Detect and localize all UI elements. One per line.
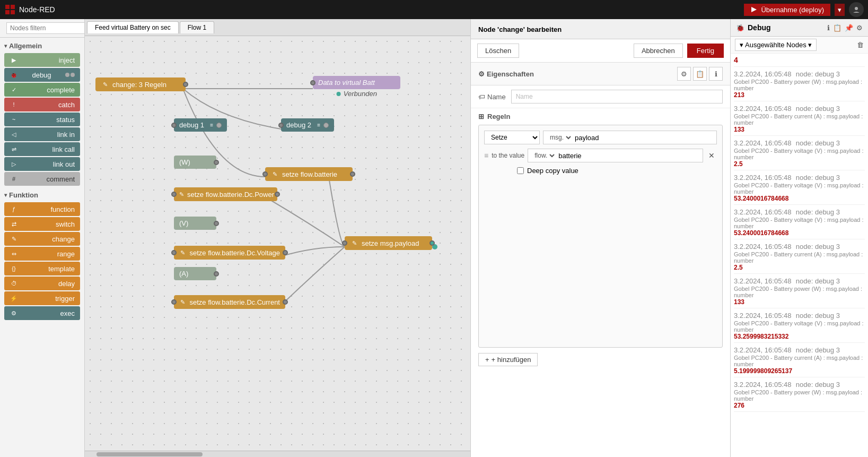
canvas-node-setze-flow-dc-power[interactable]: ✎ setze flow.batterie.Dc.Power [174, 187, 277, 201]
hinzufuegen-button[interactable]: + + hinzufügen [478, 353, 538, 366]
label-a-text: (A) [179, 270, 188, 278]
canvas-scrollbar-thumb[interactable] [97, 452, 203, 456]
setze-msg-payload-icon: ✎ [350, 239, 358, 247]
prop-tab-copy-icon-btn[interactable]: 📋 [693, 67, 707, 81]
debug-settings-button[interactable]: ⚙ [856, 24, 863, 32]
node-item-range[interactable]: ⇔ range [4, 247, 80, 261]
debug-meta-5: 3.2.2024, 16:05:48 node: debug 3 [734, 208, 865, 216]
canvas-node-label-w[interactable]: (W) [174, 156, 216, 169]
debug-clipboard-button[interactable]: 📋 [833, 24, 841, 32]
actions-right: Abbrechen Fertig [634, 44, 724, 58]
eigenschaften-tab-button[interactable]: ⚙ Eigenschaften [478, 70, 534, 78]
canvas-node-debug1[interactable]: debug 1 ≡ [174, 118, 227, 132]
flow-batterie-box: flow. batterie [528, 149, 703, 162]
tab-feed-virtual-battery[interactable]: Feed virtual Battery on sec [87, 21, 179, 33]
loeschen-button[interactable]: Löschen [477, 44, 519, 58]
debug-pin-button[interactable]: 📌 [845, 24, 853, 32]
setze-msg-payload-port-right [429, 240, 435, 246]
canvas-node-setze-flow-batterie[interactable]: ✎ setze flow.batterie [265, 167, 353, 181]
deploy-dropdown-button[interactable]: ▾ [835, 4, 845, 16]
canvas-node-change3regeln[interactable]: ✎ change: 3 Regeln [95, 77, 186, 91]
canvas-node-label-a[interactable]: (A) [174, 267, 216, 280]
nodes-filter-input[interactable] [6, 22, 85, 34]
label-w-text: (W) [179, 158, 190, 166]
prop-tab-settings-icon-btn[interactable]: ⚙ [677, 67, 691, 81]
canvas-node-data-virtual-batt[interactable]: Data to virtual Batt Verbunden [313, 76, 400, 89]
category-allgemein[interactable]: ▾ Allgemein [0, 40, 84, 52]
name-input[interactable] [511, 90, 723, 104]
deploy-icon [750, 6, 758, 13]
svg-rect-0 [5, 5, 10, 9]
regeln-header: ⊞ Regeln [478, 113, 723, 120]
canvas-node-setze-flow-dc-current[interactable]: ✎ setze flow.batterie.Dc.Current [174, 295, 285, 309]
debug-clear-button[interactable]: 🗑 [857, 41, 864, 49]
canvas-node-setze-msg-payload[interactable]: ✎ setze msg.payload [345, 236, 432, 250]
node-item-switch[interactable]: ⇄ switch [4, 217, 80, 231]
debug-entry-1: 3.2.2024, 16:05:48 node: debug 3 Gobel P… [734, 70, 865, 101]
debug-value-1: 213 [734, 91, 865, 99]
range-icon: ⇔ [10, 249, 18, 258]
node-item-link-out[interactable]: ▷ link out [4, 157, 80, 171]
node-item-trigger[interactable]: ⚡ trigger [4, 291, 80, 305]
regeln-box: SetzeÄndernLöschenVerschieben msg. paylo… [478, 125, 723, 348]
node-item-comment[interactable]: # comment [4, 172, 80, 186]
node-item-template[interactable]: {} template [4, 262, 80, 275]
edit-panel-title: Node 'change' bearbeiten [478, 25, 562, 33]
change-icon: ✎ [10, 235, 18, 243]
label-v-text: (V) [179, 219, 188, 227]
trigger-icon: ⚡ [10, 294, 18, 303]
switch-icon: ⇄ [10, 220, 18, 228]
msg-dropdown[interactable]: msg. [548, 133, 573, 142]
node-item-function[interactable]: ƒ function [4, 202, 80, 216]
debug-dot-2 [71, 73, 75, 77]
canvas-node-setze-flow-dc-voltage[interactable]: ✎ setze flow.batterie.Dc.Voltage [174, 246, 285, 260]
debug-dots [65, 73, 75, 77]
node-item-link-call[interactable]: ⇌ link call [4, 142, 80, 156]
node-item-delay[interactable]: ⏱ delay [4, 277, 80, 290]
setze-select[interactable]: SetzeÄndernLöschenVerschieben [484, 131, 540, 144]
flow-canvas[interactable]: ✎ change: 3 Regeln Data to virtual Batt … [85, 36, 470, 451]
prop-tab-info-icon-btn[interactable]: ℹ [709, 67, 723, 81]
debug-filter-button[interactable]: ▾ Ausgewählte Nodes ▾ [735, 39, 817, 51]
topbar: Node-RED Übernahme (deploy) ▾ [0, 0, 868, 19]
debug-meta-6: 3.2.2024, 16:05:48 node: debug 3 [734, 243, 865, 251]
status-icon: ~ [10, 115, 18, 124]
abbrechen-button[interactable]: Abbrechen [634, 44, 683, 58]
debug-label-1: Gobel PC200 - Battery power (W) : msg.pa… [734, 79, 865, 91]
drag-handle-icon[interactable]: ≡ [484, 151, 488, 160]
setze-dc-current-port-right [283, 299, 288, 305]
canvas-node-label-v[interactable]: (V) [174, 217, 216, 230]
flow-dropdown[interactable]: flow. [532, 151, 556, 160]
debug-value-3: 2.5 [734, 160, 865, 168]
debug-entry-3: 3.2.2024, 16:05:48 node: debug 3 Gobel P… [734, 139, 865, 170]
node-item-exec[interactable]: ⚙ exec [4, 306, 80, 320]
debug1-port-left [171, 123, 177, 128]
node-item-catch[interactable]: ! catch [4, 98, 80, 111]
change3regeln-label: change: 3 Regeln [112, 81, 166, 89]
fertig-button[interactable]: Fertig [687, 44, 724, 58]
tab-flow1[interactable]: Flow 1 [180, 21, 214, 33]
node-item-inject[interactable]: ▶ inject [4, 53, 80, 67]
category-funktion[interactable]: ▾ Funktion [0, 189, 84, 201]
debug-timestamp-1: 3.2.2024, 16:05:48 [734, 70, 791, 78]
node-item-status[interactable]: ~ status [4, 113, 80, 126]
remove-rule-button[interactable]: ✕ [706, 150, 717, 161]
msg-value-text: payload [575, 134, 599, 142]
node-item-change[interactable]: ✎ change [4, 232, 80, 246]
debug-info-button[interactable]: ℹ [827, 24, 830, 32]
node-item-link-in[interactable]: ◁ link in [4, 127, 80, 141]
node-item-debug[interactable]: 🐞 debug [4, 68, 80, 82]
canvas-node-debug2[interactable]: debug 2 ≡ [281, 118, 334, 132]
deep-copy-checkbox[interactable] [517, 167, 524, 174]
debug-label-3: Gobel PC200 - Battery voltage (V) : msg.… [734, 148, 865, 160]
canvas-area: Feed virtual Battery on sec Flow 1 ✎ cha… [85, 19, 470, 457]
function-icon: ƒ [10, 205, 18, 213]
node-debug-label: debug [32, 71, 51, 79]
prop-tab-icons: ⚙ 📋 ℹ [677, 67, 723, 81]
node-link-out-label: link out [53, 160, 75, 168]
user-icon-button[interactable] [849, 2, 864, 17]
canvas-scrollbar[interactable] [85, 451, 470, 457]
node-item-complete[interactable]: ✓ complete [4, 83, 80, 97]
deploy-button[interactable]: Übernahme (deploy) [744, 4, 830, 16]
debug-meta-2: 3.2.2024, 16:05:48 node: debug 3 [734, 105, 865, 113]
